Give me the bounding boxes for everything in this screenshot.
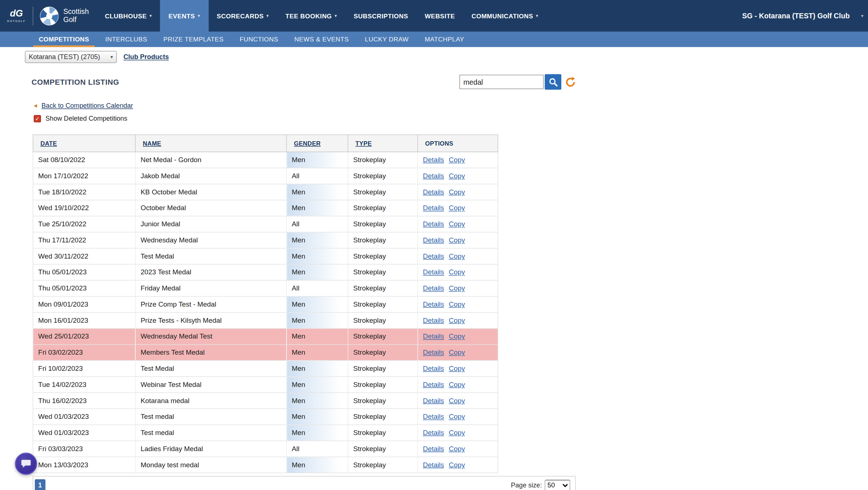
sub-menu-item-competitions[interactable]: COMPETITIONS <box>33 32 95 47</box>
cell-gender: All <box>287 168 348 184</box>
page: dG DOTGOLF ScottishGolf CLUBHOUSE ▾ EVEN… <box>0 0 868 490</box>
copy-link[interactable]: Copy <box>449 445 465 453</box>
cell-name: Wednesday Medal <box>135 232 287 248</box>
details-link[interactable]: Details <box>423 220 444 228</box>
dotgolf-logo-text: DOTGOLF <box>7 19 26 23</box>
cell-type: Strokeplay <box>348 152 417 168</box>
copy-link[interactable]: Copy <box>449 349 465 356</box>
details-link[interactable]: Details <box>423 349 444 356</box>
cell-date: Fri 10/02/2023 <box>33 361 135 377</box>
cell-gender: Men <box>287 184 348 200</box>
copy-link[interactable]: Copy <box>449 317 465 324</box>
cell-date: Mon 13/03/2023 <box>33 457 135 473</box>
details-link[interactable]: Details <box>423 381 444 388</box>
sub-menu-item-prize-templates[interactable]: PRIZE TEMPLATES <box>158 32 229 47</box>
details-link[interactable]: Details <box>423 236 444 244</box>
sub-menu-item-lucky-draw[interactable]: LUCKY DRAW <box>360 32 414 47</box>
show-deleted-checkbox[interactable]: ✓ <box>34 115 41 122</box>
column-header-name[interactable]: NAME <box>135 135 287 152</box>
copy-link[interactable]: Copy <box>449 300 465 308</box>
main-menu-item-scorecards[interactable]: SCORECARDS ▾ <box>208 0 277 32</box>
cell-options: Details Copy <box>417 377 498 393</box>
copy-link[interactable]: Copy <box>449 204 465 212</box>
copy-link[interactable]: Copy <box>449 220 465 228</box>
copy-link[interactable]: Copy <box>449 156 465 164</box>
column-header-gender[interactable]: GENDER <box>287 135 348 152</box>
search-button[interactable] <box>545 74 561 89</box>
details-link[interactable]: Details <box>423 317 444 324</box>
cell-gender: Men <box>287 377 348 393</box>
details-link[interactable]: Details <box>423 413 444 421</box>
chevron-down-icon: ▾ <box>198 13 200 18</box>
show-deleted-label: Show Deleted Competitions <box>45 114 127 122</box>
sub-menu-item-matchplay[interactable]: MATCHPLAY <box>419 32 470 47</box>
details-link[interactable]: Details <box>423 268 444 276</box>
details-link[interactable]: Details <box>423 333 444 340</box>
copy-link[interactable]: Copy <box>449 333 465 340</box>
copy-link[interactable]: Copy <box>449 365 465 372</box>
search-input[interactable] <box>459 75 543 89</box>
copy-link[interactable]: Copy <box>449 429 465 436</box>
chevron-down-icon[interactable]: ▾ <box>861 13 864 18</box>
details-link[interactable]: Details <box>423 397 444 405</box>
club-select[interactable]: Kotarana (TEST) (2705) ▾ <box>25 51 117 63</box>
account-club-name[interactable]: SG - Kotarana (TEST) Golf Club <box>742 0 868 32</box>
sub-menu-item-news-events[interactable]: NEWS & EVENTS <box>289 32 354 47</box>
cell-name: 2023 Test Medal <box>135 264 287 281</box>
cell-options: Details Copy <box>417 168 498 184</box>
main-menu-item-clubhouse[interactable]: CLUBHOUSE ▾ <box>96 0 160 32</box>
details-link[interactable]: Details <box>423 172 444 180</box>
back-to-calendar-link[interactable]: Back to Competitions Calendar <box>41 102 133 110</box>
page-size-select[interactable]: 50 <box>545 480 570 490</box>
details-link[interactable]: Details <box>423 445 444 453</box>
details-link[interactable]: Details <box>423 365 444 372</box>
copy-link[interactable]: Copy <box>449 172 465 180</box>
cell-gender: Men <box>287 425 348 441</box>
cell-date: Mon 09/01/2023 <box>33 296 135 312</box>
copy-link[interactable]: Copy <box>449 236 465 244</box>
column-header-type[interactable]: TYPE <box>348 135 417 152</box>
cell-name: KB October Medal <box>135 184 287 200</box>
cell-type: Strokeplay <box>348 200 417 216</box>
main-menu-item-subscriptions[interactable]: SUBSCRIPTIONS <box>345 0 416 32</box>
competition-row: Fri 10/02/2023 Test Medal Men Strokeplay… <box>33 361 498 377</box>
cell-options: Details Copy <box>417 457 498 473</box>
main-menu-item-events[interactable]: EVENTS ▾ <box>160 0 208 32</box>
copy-link[interactable]: Copy <box>449 285 465 292</box>
club-select-value: Kotarana (TEST) (2705) <box>29 53 108 61</box>
details-link[interactable]: Details <box>423 429 444 436</box>
main-menu-item-communications[interactable]: COMMUNICATIONS ▾ <box>463 0 547 32</box>
copy-link[interactable]: Copy <box>449 252 465 260</box>
copy-link[interactable]: Copy <box>449 188 465 196</box>
details-link[interactable]: Details <box>423 461 444 469</box>
cell-date: Sat 08/10/2022 <box>33 152 135 168</box>
cell-options: Details Copy <box>417 216 498 232</box>
sub-menu-item-functions[interactable]: FUNCTIONS <box>234 32 284 47</box>
copy-link[interactable]: Copy <box>449 268 465 276</box>
scottish-golf-logo[interactable]: ScottishGolf <box>40 6 89 25</box>
copy-link[interactable]: Copy <box>449 413 465 421</box>
details-link[interactable]: Details <box>423 204 444 212</box>
cell-date: Wed 01/03/2023 <box>33 425 135 441</box>
chat-widget-button[interactable] <box>15 453 37 475</box>
cell-type: Strokeplay <box>348 409 417 425</box>
main-menu-item-tee-booking[interactable]: TEE BOOKING ▾ <box>277 0 345 32</box>
sub-menu-item-interclubs[interactable]: INTERCLUBS <box>100 32 153 47</box>
copy-link[interactable]: Copy <box>449 461 465 469</box>
copy-link[interactable]: Copy <box>449 381 465 388</box>
details-link[interactable]: Details <box>423 285 444 292</box>
refresh-button[interactable] <box>565 77 576 87</box>
column-header-date[interactable]: DATE <box>33 135 135 152</box>
details-link[interactable]: Details <box>423 252 444 260</box>
cell-options: Details Copy <box>417 344 498 361</box>
main-menu-item-website[interactable]: WEBSITE <box>416 0 463 32</box>
competition-row: Thu 05/01/2023 2023 Test Medal Men Strok… <box>33 264 498 281</box>
page-1-button[interactable]: 1 <box>35 479 45 490</box>
cell-type: Strokeplay <box>348 393 417 409</box>
competition-row: Tue 18/10/2022 KB October Medal Men Stro… <box>33 184 498 200</box>
copy-link[interactable]: Copy <box>449 397 465 405</box>
club-products-link[interactable]: Club Products <box>123 53 169 61</box>
details-link[interactable]: Details <box>423 156 444 164</box>
details-link[interactable]: Details <box>423 188 444 196</box>
details-link[interactable]: Details <box>423 300 444 308</box>
